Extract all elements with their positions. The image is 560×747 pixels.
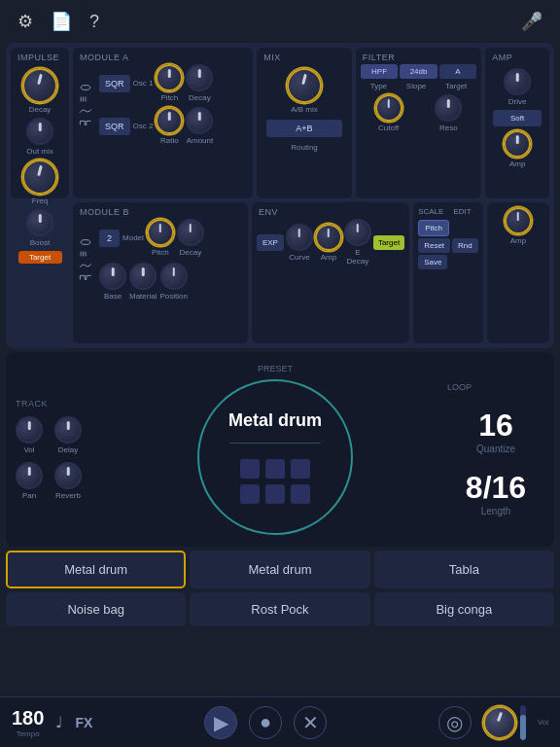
boost-knob[interactable] (26, 209, 53, 236)
amp-env-knob-wrap: Amp (315, 224, 342, 262)
delay-knob[interactable] (54, 416, 82, 444)
position-knob[interactable] (160, 263, 188, 290)
save-btn[interactable]: Save (418, 255, 447, 269)
material-knob[interactable] (129, 263, 157, 290)
pan-knob[interactable] (16, 462, 43, 489)
decay-knob-b: Decay (177, 219, 204, 257)
file-icon[interactable]: 📄 (51, 11, 72, 32)
amp-knob[interactable] (504, 130, 531, 158)
freq-knob[interactable] (22, 160, 57, 195)
pitch-knob-1[interactable] (156, 64, 183, 91)
reset-btn[interactable]: Reset (418, 238, 450, 253)
help-icon[interactable]: ? (89, 12, 99, 32)
hpf-btn[interactable]: HPF (361, 64, 398, 79)
vol-knob-main[interactable] (483, 706, 516, 739)
ab-plus-btn[interactable]: A+B (266, 120, 343, 137)
edecay-knob[interactable] (344, 219, 371, 246)
wave-oval-icon (78, 84, 93, 91)
preset-dot-5 (265, 484, 285, 504)
svg-point-4 (81, 240, 90, 245)
amount-label: Amount (187, 136, 214, 145)
reverb-knob[interactable] (54, 462, 82, 489)
type-label: Type (370, 82, 387, 90)
decay-knob[interactable] (22, 68, 57, 103)
amp-knob-label: Amp (509, 160, 525, 168)
reso-knob[interactable] (435, 94, 462, 122)
play-btn[interactable]: ▶ (204, 706, 237, 739)
outmix-knob[interactable] (26, 118, 53, 145)
reverb-label: Reverb (55, 491, 81, 500)
model-label: Model (122, 233, 144, 242)
osc1-label: Osc 1 (133, 79, 154, 88)
record-btn[interactable]: ● (249, 706, 282, 739)
vol-wrap (483, 705, 526, 740)
a-target-btn[interactable]: A (439, 64, 476, 79)
stop-btn[interactable]: ✕ (294, 706, 327, 739)
db24-btn[interactable]: 24db (400, 64, 437, 79)
instrument-btn-2[interactable]: Tabla (374, 551, 554, 588)
decay-label: Decay (29, 105, 52, 114)
ab-mix-knob[interactable] (287, 68, 322, 103)
delay-knob-wrap: Delay (54, 416, 82, 454)
synth-bottom-row: MODULE B 2 Model Pitch (11, 202, 549, 343)
target-transport-btn[interactable]: ◎ (438, 706, 472, 739)
sqr-btn-osc2[interactable]: SQR (99, 118, 130, 135)
target-label2: Target (445, 82, 467, 90)
instrument-btn-3[interactable]: Noise bag (6, 592, 186, 626)
curve-knob[interactable] (286, 224, 313, 251)
loop-col: LOOP 16 Quantize 8/16 Length (447, 382, 544, 516)
fx-btn[interactable]: FX (75, 715, 92, 730)
pan-reverb-pair: Pan Reverb (16, 462, 103, 500)
base-knob-wrap: Base (99, 263, 126, 301)
wave-wavy-icon (78, 107, 93, 115)
pitch-b-label: Pitch (152, 248, 169, 257)
env-target-btn[interactable]: Target (373, 235, 404, 250)
model-num-btn[interactable]: 2 (99, 230, 120, 247)
wave-lines-icon (78, 95, 93, 103)
mic-icon[interactable]: 🎤 (521, 11, 542, 32)
svg-point-0 (81, 85, 90, 89)
instrument-btn-5[interactable]: Big conga (374, 592, 554, 626)
instrument-btn-1[interactable]: Metal drum (190, 551, 369, 588)
decay-b-knob[interactable] (177, 219, 204, 246)
curve-label: Curve (289, 253, 309, 262)
wave-square-b-icon (78, 273, 93, 281)
instrument-btn-0[interactable]: Metal drum (6, 551, 186, 588)
gear-icon[interactable]: ⚙ (18, 11, 33, 32)
pitch-b-knob[interactable] (147, 219, 174, 246)
amp-bot-knob[interactable] (505, 207, 532, 234)
pan-label: Pan (22, 491, 36, 500)
scale-section: SCALE EDIT Pitch Reset Rnd Save (413, 202, 483, 343)
vol-knob[interactable] (16, 416, 43, 444)
base-knob[interactable] (99, 263, 126, 290)
preset-name: Metal drum (228, 410, 322, 431)
rnd-btn[interactable]: Rnd (452, 238, 478, 253)
preset-circle[interactable]: Metal drum (197, 379, 353, 535)
instrument-grid: Metal drum Metal drum Tabla Noise bag Ro… (6, 551, 554, 626)
cutoff-knob[interactable] (375, 94, 402, 122)
amount-knob-osc2: Amount (186, 107, 213, 145)
cutoff-knob-wrap: Cutoff (375, 94, 402, 132)
pitch-scale-btn[interactable]: Pitch (418, 220, 449, 236)
exp-btn[interactable]: EXP (257, 234, 284, 251)
sqr-btn-osc1[interactable]: SQR (99, 75, 130, 92)
edecay-knob-wrap: E Decay (344, 219, 371, 266)
amp-section-top: AMP Drive Soft Amp (485, 48, 549, 198)
amount-knob[interactable] (186, 107, 213, 134)
decay-knob-1[interactable] (186, 64, 213, 91)
metronome-icon[interactable]: ♩ (55, 713, 63, 731)
amp-label: AMP (490, 53, 544, 62)
ratio-knob[interactable] (156, 107, 183, 134)
drive-knob[interactable] (504, 68, 531, 95)
material-knob-wrap: Material (129, 263, 157, 301)
instrument-btn-4[interactable]: Rost Pock (190, 592, 369, 626)
preset-dot-3 (291, 459, 310, 479)
drive-knob-wrap: Drive (504, 68, 531, 106)
delay-label: Delay (58, 445, 78, 454)
soft-btn[interactable]: Soft (493, 110, 542, 126)
quantize-item: 16 Quantize (476, 408, 515, 454)
length-value: 8/16 (466, 470, 526, 506)
preset-dot-6 (291, 484, 310, 504)
reso-label: Reso (439, 124, 458, 132)
amp-env-knob[interactable] (315, 224, 342, 251)
